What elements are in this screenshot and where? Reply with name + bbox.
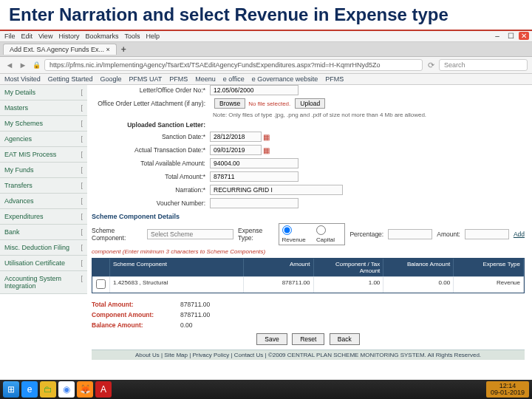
percentage-input[interactable] (388, 229, 432, 239)
voucher-input[interactable] (210, 198, 299, 208)
scheme-component-section: Scheme Component Details (92, 213, 525, 220)
search-input[interactable]: Search (439, 59, 528, 71)
grid-cell-balance: 0.00 (383, 277, 454, 293)
sidebar: My Details Masters My Schemes Agencies E… (0, 85, 87, 294)
taskbar-ie-icon[interactable]: e (21, 381, 38, 398)
txn-date-input[interactable] (210, 145, 262, 155)
bookmark-getting-started[interactable]: Getting Started (48, 75, 93, 83)
calendar-icon[interactable]: ▦ (263, 133, 270, 141)
sidebar-item-utilisation-cert[interactable]: Utilisation Certificate (0, 256, 87, 271)
back-icon[interactable]: ◄ (4, 60, 15, 70)
sanction-date-input[interactable] (210, 132, 262, 142)
expense-type-revenue[interactable]: Revenue (282, 225, 312, 243)
bookmark-google[interactable]: Google (100, 75, 121, 83)
menu-edit[interactable]: Edit (21, 33, 33, 40)
scheme-component-label: Scheme Component: (92, 227, 143, 242)
bookmark-pfms-uat[interactable]: PFMS UAT (129, 75, 162, 83)
lock-icon: 🔒 (31, 60, 41, 70)
sidebar-item-my-details[interactable]: My Details (0, 85, 87, 100)
total-amount-label: Total Amount:* (92, 173, 210, 180)
balance-amount-total-label: Balance Amount: (92, 321, 180, 329)
menu-bar: File Edit View History Bookmarks Tools H… (0, 31, 532, 42)
sidebar-item-bank[interactable]: Bank (0, 225, 87, 240)
components-grid: Scheme Component Amount Component / Tax … (92, 258, 525, 293)
bookmarks-bar: Most Visited Getting Started Google PFMS… (0, 74, 532, 85)
grid-cell-scheme: 1.425683 , Structural (110, 277, 244, 293)
browse-button[interactable]: Browse (214, 98, 245, 109)
menu-bookmarks[interactable]: Bookmarks (85, 33, 118, 40)
grid-header-tax: Component / Tax Amount (314, 259, 384, 276)
taskbar-date: 09-01-2019 (491, 389, 525, 396)
window-maximize-button[interactable]: ☐ (505, 32, 516, 40)
grid-row-checkbox[interactable] (96, 279, 106, 289)
back-button[interactable]: Back (330, 333, 360, 345)
letter-no-input[interactable] (210, 85, 299, 95)
upload-button[interactable]: Upload (295, 98, 325, 109)
window-close-button[interactable]: ✕ (519, 32, 529, 40)
attachment-label: Office Order Letter Attachment (if any): (92, 100, 210, 107)
calendar-icon-2[interactable]: ▦ (263, 146, 270, 154)
menu-help[interactable]: Help (146, 33, 160, 40)
totals-block: Total Amount:878711.00 Component Amount:… (92, 301, 525, 329)
uploaded-label: Uploaded Sanction Letter: (92, 121, 210, 129)
no-file-selected: No file selected. (248, 100, 290, 107)
grid-header-scheme: Scheme Component (110, 259, 244, 276)
sidebar-item-masters[interactable]: Masters (0, 100, 87, 116)
browser-tab-active[interactable]: Add Ext. SA Agency Funds Ex... × (3, 44, 117, 55)
taskbar-chrome-icon[interactable]: ◉ (58, 381, 75, 398)
taskbar-pdf-icon[interactable]: A (95, 381, 112, 398)
letter-no-label: Letter/Office Order No:* (92, 86, 210, 94)
scheme-component-row: Scheme Component: Expense Type: Revenue … (92, 223, 525, 245)
component-amount-total-value: 878711.00 (180, 311, 210, 318)
menu-history[interactable]: History (58, 33, 79, 40)
bookmark-meenu[interactable]: Meenu (195, 75, 216, 83)
sidebar-item-accounting-integration[interactable]: Accounting System Integration (0, 271, 87, 294)
menu-file[interactable]: File (4, 33, 16, 40)
taskbar-clock[interactable]: 12:14 09-01-2019 (486, 381, 529, 398)
url-input[interactable]: https://pfms.nic.in/ImplementingAgency/T… (44, 59, 423, 71)
total-amount-input[interactable] (210, 171, 299, 182)
taskbar-explorer-icon[interactable]: 🗀 (40, 381, 56, 398)
bookmark-eoffice[interactable]: e office (223, 75, 245, 83)
grid-header-amount: Amount (244, 259, 314, 276)
expense-type-capital[interactable]: Capital (316, 225, 341, 243)
grid-cell-tax: 1.00 (314, 277, 384, 293)
window-minimize-button[interactable]: – (492, 32, 502, 40)
sidebar-item-eat-mis[interactable]: EAT MIS Process (0, 147, 87, 163)
sidebar-item-transfers[interactable]: Transfers (0, 178, 87, 194)
menu-view[interactable]: View (38, 33, 52, 40)
sidebar-item-agencies[interactable]: Agencies (0, 132, 87, 147)
txn-date-label: Actual Transaction Date:* (92, 146, 210, 154)
taskbar-firefox-icon[interactable]: 🦊 (77, 381, 93, 398)
bookmark-egov[interactable]: e Governance website (252, 75, 318, 83)
bookmark-pfms[interactable]: PFMS (169, 75, 188, 83)
add-component-link[interactable]: Add (514, 231, 525, 238)
start-button[interactable]: ⊞ (3, 381, 19, 398)
save-button[interactable]: Save (256, 333, 287, 345)
sidebar-item-advances[interactable]: Advances (0, 194, 87, 209)
grid-cell-type: Revenue (454, 277, 524, 293)
narration-label: Narration:* (92, 186, 210, 194)
upload-hint: Note: Only files of type .jpg, .png and … (213, 112, 426, 118)
bookmark-most-visited[interactable]: Most Visited (4, 75, 41, 83)
sidebar-item-misc-deduction[interactable]: Misc. Deduction Filing (0, 240, 87, 256)
scheme-component-input[interactable] (147, 229, 233, 239)
menu-tools[interactable]: Tools (124, 33, 140, 40)
reload-icon[interactable]: ⟳ (426, 60, 436, 70)
new-tab-button[interactable]: + (121, 44, 126, 55)
sidebar-item-my-schemes[interactable]: My Schemes (0, 116, 87, 132)
bookmark-pfms2[interactable]: PFMS (325, 75, 344, 83)
sidebar-item-expenditures[interactable]: Expenditures (0, 209, 87, 225)
forward-icon[interactable]: ► (18, 60, 28, 70)
component-min-chars-note: component (Enter minimum 3 characters to… (92, 248, 525, 255)
grid-row[interactable]: 1.425683 , Structural 878711.00 1.00 0.0… (92, 276, 524, 293)
tab-bar: Add Ext. SA Agency Funds Ex... × + (0, 42, 532, 57)
component-amount-input[interactable] (465, 229, 509, 239)
sidebar-item-my-funds[interactable]: My Funds (0, 163, 87, 178)
balance-amount-total-value: 0.00 (180, 321, 193, 329)
action-buttons: Save Reset Back (92, 333, 525, 345)
page-footer: About Us | Site Map | Privacy Policy | C… (92, 349, 525, 360)
reset-button[interactable]: Reset (292, 333, 324, 345)
narration-input[interactable] (210, 185, 343, 195)
expense-type-label: Expense Type: (238, 227, 274, 242)
